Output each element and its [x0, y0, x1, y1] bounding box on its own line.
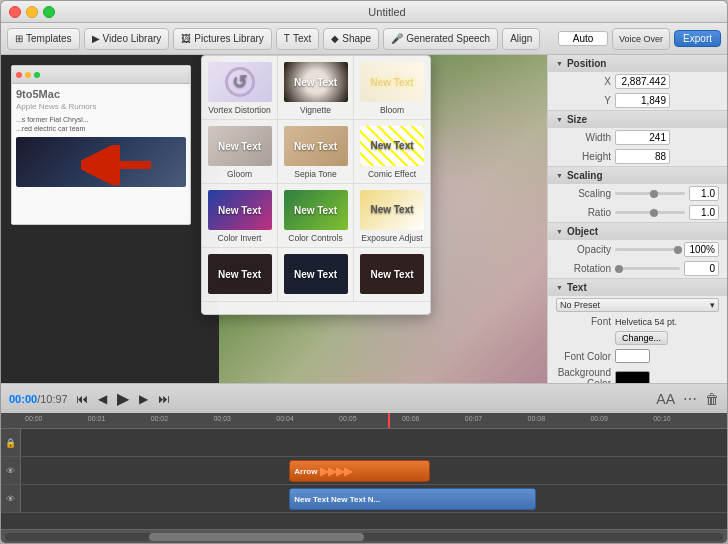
- effect-bloom-preview: New Text: [360, 62, 424, 102]
- opacity-row: Opacity: [548, 240, 727, 259]
- scaling-slider[interactable]: [615, 192, 685, 195]
- track-row-2: 👁 Arrow ▶ ▶ ▶ ▶: [1, 457, 727, 485]
- width-input[interactable]: [615, 130, 670, 145]
- height-input[interactable]: [615, 149, 670, 164]
- effect-comic[interactable]: New Text Comic Effect: [354, 120, 430, 184]
- close-button[interactable]: [9, 6, 21, 18]
- next-frame-button[interactable]: ▶: [137, 390, 150, 408]
- effect-colorinvert-preview: New Text: [208, 190, 272, 230]
- opacity-slider[interactable]: [615, 248, 680, 251]
- transport-bar: 00:00 /10:97 ⏮ ◀ ▶ ▶ ⏭ AA ⋯ 🗑: [1, 383, 727, 413]
- object-header[interactable]: Object: [548, 223, 727, 240]
- clip-newtext-label: New Text New Text N...: [294, 495, 380, 504]
- link-icon[interactable]: ⋯: [683, 391, 697, 407]
- text-button[interactable]: T Text: [276, 28, 319, 50]
- ruler-tick-4: 00:04: [276, 415, 294, 422]
- text-section: Text No Preset ▾ Font Helvetica 54 pt. C…: [548, 279, 727, 383]
- pictures-library-button[interactable]: 🖼 Pictures Library: [173, 28, 271, 50]
- clip-newtext[interactable]: New Text New Text N...: [289, 488, 536, 510]
- fullscreen-button[interactable]: [43, 6, 55, 18]
- track-content-2: Arrow ▶ ▶ ▶ ▶: [21, 457, 727, 484]
- generated-speech-button[interactable]: 🎤 Generated Speech: [383, 28, 498, 50]
- zoom-control[interactable]: Auto: [558, 31, 608, 46]
- effect-row4c[interactable]: New Text: [354, 248, 430, 302]
- ss-minimize: [25, 72, 31, 78]
- skip-back-button[interactable]: ⏮: [74, 390, 90, 408]
- size-header[interactable]: Size: [548, 111, 727, 128]
- x-label: X: [556, 76, 611, 87]
- effect-exposureadj[interactable]: New Text Exposure Adjust: [354, 184, 430, 248]
- preset-dropdown[interactable]: No Preset ▾: [556, 298, 719, 312]
- voice-over-button[interactable]: Voice Over: [612, 28, 670, 50]
- ruler-marks: 00:00 00:01 00:02 00:03 00:04 00:05 00:0…: [25, 413, 723, 428]
- ratio-input[interactable]: [689, 205, 719, 220]
- effect-colorcontrols[interactable]: New Text Color Controls: [278, 184, 354, 248]
- ratio-slider[interactable]: [615, 211, 685, 214]
- scaling-input[interactable]: [689, 186, 719, 201]
- effect-vortex[interactable]: Vortex Distortion: [202, 56, 278, 120]
- effect-bloom[interactable]: New Text Bloom: [354, 56, 430, 120]
- x-input[interactable]: [615, 74, 670, 89]
- scaling-row: Scaling: [548, 184, 727, 203]
- delete-icon[interactable]: 🗑: [705, 391, 719, 407]
- effect-gloom[interactable]: New Text Gloom: [202, 120, 278, 184]
- effect-vortex-label: Vortex Distortion: [208, 105, 270, 115]
- effect-gloom-preview: New Text: [208, 126, 272, 166]
- track-eye-3[interactable]: 👁: [1, 485, 21, 512]
- shape-button[interactable]: ◆ Shape: [323, 28, 379, 50]
- track-row-1: 🔒: [1, 429, 727, 457]
- minimize-button[interactable]: [26, 6, 38, 18]
- effect-row4a-preview: New Text: [208, 254, 272, 294]
- effect-row4c-text: New Text: [370, 269, 413, 280]
- play-button[interactable]: ▶: [115, 387, 131, 410]
- track-eye-2[interactable]: 👁: [1, 457, 21, 484]
- effect-row4b[interactable]: New Text: [278, 248, 354, 302]
- font-color-row: Font Color: [548, 347, 727, 365]
- main-toolbar: ⊞ Templates ▶ Video Library 🖼 Pictures L…: [1, 23, 727, 55]
- vortex-icon: [225, 67, 255, 97]
- toolbar-right: Auto Voice Over Export: [558, 28, 721, 50]
- position-header[interactable]: Position: [548, 55, 727, 72]
- track-lock-1[interactable]: 🔒: [1, 429, 21, 456]
- arrow-icon-2: ▶: [328, 465, 336, 478]
- effect-colorinvert[interactable]: New Text Color Invert: [202, 184, 278, 248]
- font-value: Helvetica 54 pt.: [615, 317, 719, 327]
- rotation-input[interactable]: [684, 261, 719, 276]
- skip-fwd-button[interactable]: ⏭: [156, 390, 172, 408]
- video-icon: ▶: [92, 33, 100, 44]
- bg-color-swatch[interactable]: [615, 371, 650, 383]
- effect-comic-text: New Text: [370, 140, 413, 152]
- text-size-icon[interactable]: AA: [656, 391, 675, 407]
- templates-button[interactable]: ⊞ Templates: [7, 28, 80, 50]
- effect-row4a[interactable]: New Text: [202, 248, 278, 302]
- scroll-thumb[interactable]: [149, 533, 364, 541]
- effect-colorcontrols-text: New Text: [294, 205, 337, 216]
- timeline-tracks: 🔒 👁 Arrow ▶ ▶ ▶ ▶: [1, 429, 727, 529]
- effect-exposureadj-label: Exposure Adjust: [361, 233, 422, 243]
- font-color-swatch[interactable]: [615, 349, 650, 363]
- opacity-input[interactable]: [684, 242, 719, 257]
- width-row: Width: [548, 128, 727, 147]
- prev-frame-button[interactable]: ◀: [96, 390, 109, 408]
- effect-bloom-label: Bloom: [380, 105, 404, 115]
- rotation-slider[interactable]: [615, 267, 680, 270]
- export-button[interactable]: Export: [674, 30, 721, 47]
- effect-row4a-text: New Text: [218, 269, 261, 280]
- timeline-scrollbar[interactable]: [1, 529, 727, 543]
- align-button[interactable]: Align: [502, 28, 540, 50]
- clip-arrow[interactable]: Arrow ▶ ▶ ▶ ▶: [289, 460, 430, 482]
- effect-sepia[interactable]: New Text Sepia Tone: [278, 120, 354, 184]
- track-row-3: 👁 New Text New Text New Text N...: [1, 485, 727, 513]
- playhead[interactable]: [388, 413, 390, 428]
- effect-vignette[interactable]: New Text Vignette: [278, 56, 354, 120]
- scaling-header[interactable]: Scaling: [548, 167, 727, 184]
- effect-gloom-label: Gloom: [227, 169, 252, 179]
- track-content-3: New Text New Text New Text N...: [21, 485, 727, 512]
- height-label: Height: [556, 151, 611, 162]
- y-input[interactable]: [615, 93, 670, 108]
- site-header: 9to5Mac: [16, 88, 186, 100]
- arrow-icon-4: ▶: [344, 465, 352, 478]
- video-library-button[interactable]: ▶ Video Library: [84, 28, 170, 50]
- text-header[interactable]: Text: [548, 279, 727, 296]
- font-change-button[interactable]: Change...: [615, 331, 668, 345]
